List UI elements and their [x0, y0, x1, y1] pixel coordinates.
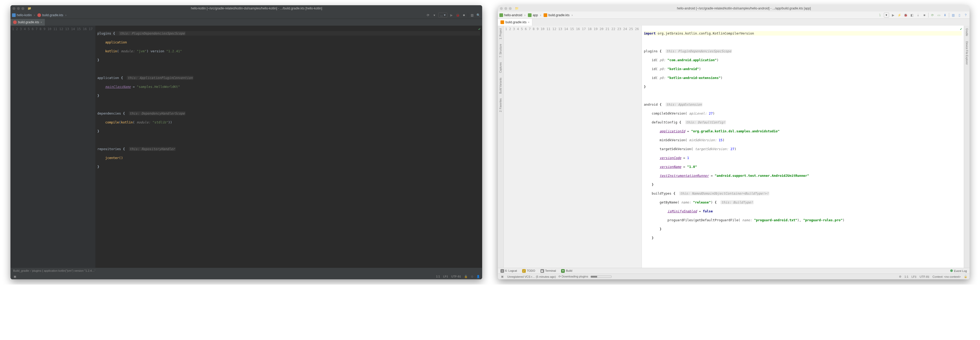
help-icon[interactable]: ?: [963, 13, 968, 18]
notification-icon[interactable]: ⊘: [899, 275, 901, 278]
intellij-window: 📁 hello-kotlin [~/src/gradle-related/kot…: [10, 5, 482, 279]
folder-icon: [12, 13, 16, 17]
titlebar[interactable]: 📁 hello-android [~/src/gradle-related/ko…: [498, 5, 970, 11]
line-ending[interactable]: LF‡: [443, 275, 448, 278]
editor-tabs: build.gradle.kts ×: [498, 19, 970, 26]
run-config-dropdown[interactable]: ▾: [884, 13, 889, 18]
vcs-status[interactable]: Unregistered VCS r… (5 minutes ago): [507, 275, 556, 278]
tool-event-log[interactable]: Event Log: [950, 270, 967, 273]
close-dot[interactable]: [500, 7, 503, 10]
navigation-bar: hello-kotlin build.gradle.kts ⟳ ▾ … ▾ ▶ …: [10, 11, 482, 19]
background-task[interactable]: ⟳ Downloading plugins: [558, 275, 588, 278]
minimize-dot[interactable]: [17, 7, 20, 10]
code-area[interactable]: plugins { this: PluginDependenciesSpecSc…: [95, 26, 482, 268]
tool-project[interactable]: 1: Project: [499, 28, 502, 39]
folder-icon: 📁: [515, 6, 519, 10]
attach-debugger-icon[interactable]: ⇣: [916, 13, 920, 18]
tool-favorites[interactable]: 2: Favorites: [499, 98, 502, 112]
main-toolbar: ⤵ ▾ ▶ ⚡ 🐞 ◧ ⇣ ■ ⟳ ▭ ⬇ ▥ ▯ ?: [878, 13, 968, 18]
tool-device-explorer[interactable]: Device File Explorer: [966, 42, 968, 65]
gradle-kotlin-icon: [37, 13, 41, 17]
code-editor[interactable]: 1 2 3 4 5 6 7 8 9 10 11 12 13 14 15 16 1…: [10, 26, 482, 268]
lock-icon[interactable]: 🔓: [464, 275, 468, 278]
toolwindow-toggle-icon[interactable]: ▣: [500, 275, 504, 279]
breadcrumb-file[interactable]: build.gradle.kts: [37, 13, 67, 17]
run-icon[interactable]: ▶: [449, 13, 454, 18]
traffic-lights[interactable]: [13, 7, 24, 10]
sync-icon[interactable]: ⟳: [426, 13, 430, 18]
tool-todo[interactable]: ✓TODO: [522, 269, 535, 273]
gradle-kotlin-icon: [13, 21, 17, 24]
breadcrumb-file[interactable]: build.gradle.kts: [544, 13, 574, 17]
debug-icon[interactable]: 🐞: [455, 13, 460, 18]
debug-icon[interactable]: 🐞: [903, 13, 908, 18]
tool-build[interactable]: ⚒Build: [561, 269, 572, 273]
stop-icon[interactable]: ■: [922, 13, 927, 18]
layout-icon[interactable]: ▥: [951, 13, 955, 18]
avd-manager-icon[interactable]: ▭: [936, 13, 941, 18]
inspection-ok-icon[interactable]: ✔: [479, 27, 480, 31]
breadcrumb-project[interactable]: hello-kotlin: [12, 13, 36, 17]
goto-icon[interactable]: ⊙: [471, 275, 473, 278]
close-icon[interactable]: ×: [40, 21, 42, 24]
status-bar: ▣ 1:1 LF‡ UTF-8‡ 🔓 ⊙ 👤: [10, 274, 482, 279]
tool-terminal[interactable]: ▣Terminal: [541, 269, 556, 273]
tool-build-variants[interactable]: Build Variants: [499, 78, 502, 94]
gradle-kotlin-icon: [500, 21, 504, 24]
line-gutter: 1 2 3 4 5 6 7 8 9 10 11 12 13 14 15 16 1…: [504, 26, 642, 268]
line-gutter: 1 2 3 4 5 6 7 8 9 10 11 12 13 14 15 16 1…: [10, 26, 95, 268]
layout-icon[interactable]: ▥: [469, 13, 474, 18]
line-ending[interactable]: LF‡: [912, 275, 916, 278]
folder-icon: [500, 13, 503, 17]
hammer-down-icon[interactable]: ▾: [432, 13, 437, 18]
lock-icon[interactable]: 🔓: [964, 275, 967, 278]
tool-captures[interactable]: Captures: [499, 62, 502, 73]
breadcrumb-project[interactable]: hello-android: [500, 13, 526, 17]
profiler-icon[interactable]: ◧: [910, 13, 914, 18]
right-tool-strip: Gradle Device File Explorer: [964, 26, 970, 268]
search-icon[interactable]: 🔍: [476, 13, 480, 18]
tab-build-gradle[interactable]: build.gradle.kts ×: [498, 19, 532, 26]
tab-build-gradle[interactable]: build.gradle.kts ×: [10, 19, 45, 26]
hector-icon[interactable]: 👤: [476, 275, 480, 278]
traffic-lights[interactable]: [500, 7, 512, 10]
window-title: hello-android [~/src/gradle-related/kotl…: [520, 6, 967, 10]
module-icon: [528, 13, 531, 17]
titlebar[interactable]: 📁 hello-kotlin [~/src/gradle-related/kot…: [10, 5, 482, 11]
sync-gradle-icon[interactable]: ⟳: [930, 13, 935, 18]
close-dot[interactable]: [13, 7, 16, 10]
editor-tabs: build.gradle.kts ×: [10, 19, 482, 26]
sdk-manager-icon[interactable]: ⬇: [943, 13, 947, 18]
file-encoding[interactable]: UTF-8‡: [451, 275, 461, 278]
toolwindow-toggle-icon[interactable]: ▣: [13, 274, 17, 279]
close-icon[interactable]: ×: [528, 21, 530, 24]
code-editor[interactable]: 1 2 3 4 5 6 7 8 9 10 11 12 13 14 15 16 1…: [504, 26, 964, 268]
run-icon[interactable]: ▶: [891, 13, 895, 18]
file-encoding[interactable]: UTF-8‡: [920, 275, 929, 278]
zoom-dot[interactable]: [509, 7, 512, 10]
tool-structure[interactable]: 7: Structure: [499, 44, 502, 57]
bottom-tool-strip: ≡6: Logcat ✓TODO ▣Terminal ⚒Build Event …: [498, 268, 970, 274]
inspection-ok-icon[interactable]: ✔: [960, 27, 962, 31]
main-toolbar: ⟳ ▾ … ▾ ▶ 🐞 ■ ▥ 🔍: [426, 13, 480, 18]
tool-logcat[interactable]: ≡6: Logcat: [500, 269, 517, 273]
progress-bar: [590, 276, 611, 278]
context-widget[interactable]: Context: <no context>: [932, 275, 961, 278]
left-tool-strip: 1: Project 7: Structure Captures Build V…: [498, 26, 504, 268]
caret-position[interactable]: 1:1: [904, 275, 908, 278]
gradle-kotlin-icon: [544, 13, 547, 17]
code-area[interactable]: import org.jetbrains.kotlin.config.Kotli…: [642, 26, 964, 268]
window-title: hello-kotlin [~/src/gradle-related/kotli…: [33, 6, 480, 10]
caret-position[interactable]: 1:1: [436, 275, 440, 278]
minimize-dot[interactable]: [504, 7, 507, 10]
zoom-dot[interactable]: [21, 7, 24, 10]
run-config-dropdown[interactable]: … ▾: [438, 13, 447, 18]
stop-icon[interactable]: ■: [461, 13, 466, 18]
apply-changes-icon[interactable]: ⚡: [897, 13, 902, 18]
android-studio-window: 📁 hello-android [~/src/gradle-related/ko…: [498, 5, 970, 279]
breadcrumb-module[interactable]: app: [528, 13, 542, 17]
hammer-icon[interactable]: ⤵: [878, 13, 882, 18]
tool-gradle[interactable]: Gradle: [966, 28, 968, 36]
device-icon[interactable]: ▯: [957, 13, 962, 18]
code-breadcrumb[interactable]: Build_gradle › 'plugins { application ko…: [10, 268, 482, 274]
